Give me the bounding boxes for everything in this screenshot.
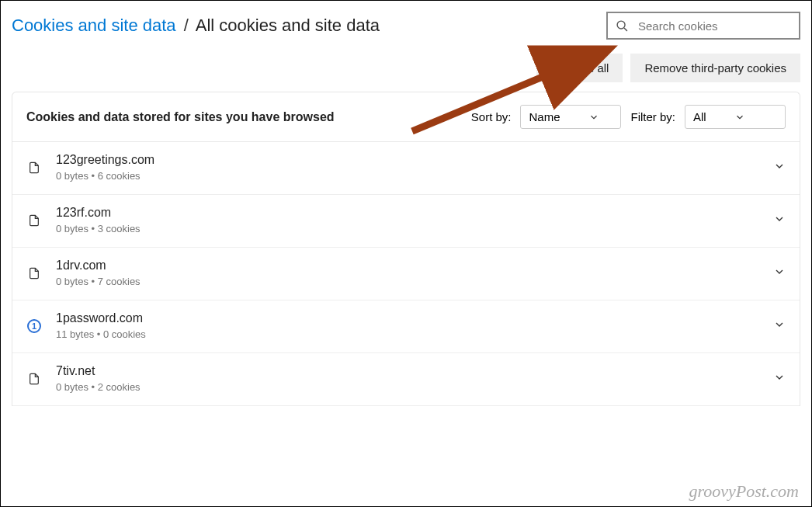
chevron-down-icon	[588, 112, 599, 123]
site-meta: 0 bytes • 6 cookies	[56, 170, 759, 182]
filter-by-value: All	[693, 110, 706, 123]
sort-by-label: Sort by:	[471, 110, 512, 123]
site-meta: 0 bytes • 7 cookies	[56, 276, 759, 287]
file-icon	[26, 266, 42, 281]
file-icon	[26, 371, 42, 387]
watermark: groovyPost.com	[689, 481, 799, 502]
site-domain: 123rf.com	[56, 206, 759, 220]
panel-title: Cookies and data stored for sites you ha…	[26, 110, 335, 124]
chevron-down-icon	[773, 213, 786, 228]
site-domain: 1password.com	[56, 311, 759, 325]
panel-header: Cookies and data stored for sites you ha…	[12, 92, 800, 142]
site-meta: 0 bytes • 3 cookies	[56, 223, 759, 234]
row-content: 123greetings.com0 bytes • 6 cookies	[56, 153, 759, 182]
site-domain: 7tiv.net	[56, 364, 759, 378]
svg-line-1	[624, 27, 627, 30]
cookie-site-row[interactable]: 11password.com11 bytes • 0 cookies	[12, 300, 800, 353]
row-content: 1password.com11 bytes • 0 cookies	[56, 311, 759, 340]
actions-row: Remove all Remove third-party cookies	[1, 40, 811, 92]
site-domain: 1drv.com	[56, 259, 759, 273]
chevron-down-icon	[773, 318, 786, 334]
row-content: 123rf.com0 bytes • 3 cookies	[56, 206, 759, 234]
filter-by-label: Filter by:	[630, 110, 675, 123]
cookies-panel: Cookies and data stored for sites you ha…	[12, 92, 800, 406]
site-meta: 0 bytes • 2 cookies	[56, 381, 759, 393]
panel-filters: Sort by: Name Filter by: All	[471, 105, 786, 129]
breadcrumb: Cookies and site data / All cookies and …	[12, 16, 380, 36]
file-icon	[26, 160, 42, 175]
onepassword-icon: 1	[26, 318, 42, 334]
search-icon	[616, 19, 629, 33]
chevron-down-icon	[773, 371, 786, 387]
row-content: 7tiv.net0 bytes • 2 cookies	[56, 364, 759, 393]
row-content: 1drv.com0 bytes • 7 cookies	[56, 259, 759, 287]
breadcrumb-current: All cookies and site data	[196, 16, 380, 35]
sort-by-select[interactable]: Name	[520, 105, 621, 129]
sort-by-value: Name	[529, 110, 560, 123]
remove-all-button[interactable]: Remove all	[536, 54, 623, 82]
search-input[interactable]	[638, 19, 791, 33]
chevron-down-icon	[773, 160, 786, 175]
file-icon	[26, 213, 42, 228]
breadcrumb-parent-link[interactable]: Cookies and site data	[12, 16, 176, 35]
filter-by-select[interactable]: All	[685, 105, 786, 129]
chevron-down-icon	[773, 266, 786, 281]
cookie-site-row[interactable]: 123greetings.com0 bytes • 6 cookies	[12, 142, 800, 195]
cookie-site-row[interactable]: 7tiv.net0 bytes • 2 cookies	[12, 353, 800, 406]
breadcrumb-separator: /	[184, 16, 189, 35]
site-meta: 11 bytes • 0 cookies	[56, 328, 759, 340]
search-box[interactable]	[606, 12, 800, 40]
chevron-down-icon	[734, 112, 745, 123]
svg-point-0	[617, 21, 625, 29]
site-domain: 123greetings.com	[56, 153, 759, 167]
cookie-site-row[interactable]: 1drv.com0 bytes • 7 cookies	[12, 248, 800, 300]
remove-third-party-button[interactable]: Remove third-party cookies	[630, 54, 800, 82]
cookie-site-row[interactable]: 123rf.com0 bytes • 3 cookies	[12, 195, 800, 248]
